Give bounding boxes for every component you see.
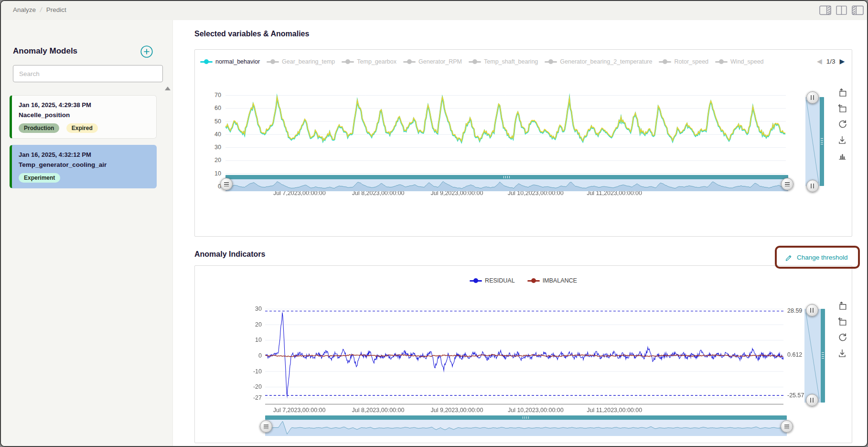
y-zoom-handle-bottom[interactable]	[806, 394, 818, 406]
change-threshold-button[interactable]: Change threshold	[785, 252, 848, 262]
handle-grip-icon	[264, 425, 268, 429]
legend-item-Gear_bearing_temp[interactable]: Gear_bearing_temp	[267, 58, 335, 65]
indicators-chart-toolbar	[837, 301, 847, 359]
legend-item-label: Generator_RPM	[418, 58, 462, 65]
reset-icon[interactable]	[837, 332, 847, 343]
legend-dot-icon	[472, 59, 477, 64]
indicators-chart-y-axis: 3020100-10-20-27	[237, 1, 262, 447]
legend-item-label: Gear_bearing_temp	[282, 58, 335, 65]
legend-item-Temp_shaft_bearing[interactable]: Temp_shaft_bearing	[469, 58, 538, 65]
time-navigator-bar[interactable]	[265, 415, 787, 420]
handle-grip-icon	[224, 182, 229, 186]
indicators-chart-canvas[interactable]	[265, 302, 783, 405]
reset-icon[interactable]	[837, 119, 847, 130]
split-view-icon[interactable]	[836, 5, 847, 17]
time-navigator-area[interactable]	[265, 420, 787, 436]
indicators-legend-items: RESIDUALIMBALANCE	[194, 277, 852, 284]
variables-chart-canvas[interactable]	[225, 79, 786, 191]
legend-marker-icon	[527, 280, 540, 282]
status-badge-expired: Expired	[66, 123, 98, 133]
handle-grip-icon	[785, 182, 790, 186]
x-tick-label: Jul 11,2023,00:00:00	[581, 407, 648, 414]
search-input[interactable]	[13, 65, 163, 82]
model-badges: Experiment	[19, 173, 150, 183]
legend-item-Generator_RPM[interactable]: Generator_RPM	[403, 58, 462, 65]
sidebar-anomaly-models: Anomaly Models Jan 16, 2025, 4:29:38 PM …	[1, 20, 173, 447]
legend-next-page-icon[interactable]: ▶	[840, 56, 845, 66]
model-timestamp: Jan 16, 2025, 4:29:38 PM	[19, 101, 150, 109]
legend-item-label: Temp_shaft_bearing	[484, 58, 538, 65]
add-model-button[interactable]	[140, 45, 153, 58]
legend-item-RESIDUAL[interactable]: RESIDUAL	[470, 277, 515, 284]
y-zoom-handle-bottom[interactable]	[806, 180, 819, 192]
legend-item-Wind_speed[interactable]: Wind_speed	[715, 58, 764, 65]
time-navigator-handle-left[interactable]	[220, 178, 233, 190]
time-navigator-area[interactable]	[225, 179, 788, 191]
legend-pagination: ◀ 1/3 ▶	[817, 56, 845, 66]
download-icon[interactable]	[837, 348, 847, 359]
model-timestamp: Jan 16, 2025, 4:32:12 PM	[19, 151, 150, 158]
legend-dot-icon	[473, 278, 478, 283]
y-tick-label: -20	[237, 383, 262, 391]
time-navigator-handle-right[interactable]	[781, 178, 793, 190]
y-zoom-slider-track[interactable]	[805, 97, 820, 186]
legend-prev-page-icon[interactable]: ◀	[817, 56, 822, 66]
slider-grip-icon	[821, 138, 823, 145]
y-tick-label: 0	[237, 352, 262, 360]
indicators-nav-canvas	[265, 420, 787, 436]
legend-item-Rotor_speed[interactable]: Rotor_speed	[659, 58, 708, 65]
legend-item-Temp_gearbox[interactable]: Temp_gearbox	[342, 58, 396, 65]
breadcrumb-predict[interactable]: Predict	[46, 6, 66, 13]
y-zoom-handle-top[interactable]	[806, 304, 818, 316]
y-tick-label: 30	[198, 143, 221, 151]
variables-chart-time-navigator[interactable]	[225, 175, 788, 191]
handle-grip-icon	[784, 425, 789, 429]
top-bar: Analyze / Predict	[1, 1, 867, 20]
legend-item-label: Temp_gearbox	[357, 58, 396, 65]
model-name: Temp_generator_cooling_air	[19, 161, 150, 168]
indicators-chart-time-navigator[interactable]	[265, 415, 787, 437]
y-tick-label: 50	[198, 118, 221, 125]
scroll-up-arrow-icon[interactable]	[165, 87, 171, 90]
y-tick-label: 10	[198, 170, 221, 177]
model-card-temp-generator-cooling-air[interactable]: Jan 16, 2025, 4:32:12 PM Temp_generator_…	[10, 145, 157, 188]
y-zoom-slider-bar[interactable]	[821, 309, 825, 403]
zoom-area-icon[interactable]	[837, 87, 847, 98]
model-badges: Production Expired	[19, 123, 150, 133]
y-tick-label: -10	[237, 368, 262, 375]
legend-item-IMBALANCE[interactable]: IMBALANCE	[527, 277, 577, 284]
legend-item-label: IMBALANCE	[543, 277, 577, 284]
x-tick-label: Jul 8,2023,00:00:00	[345, 407, 412, 414]
time-navigator-bar[interactable]	[225, 175, 788, 179]
y-tick-label: -27	[237, 394, 262, 402]
zoom-area-icon[interactable]	[837, 301, 847, 311]
time-navigator-handle-left[interactable]	[260, 420, 272, 433]
legend-item-Generator_bearing_2_temperature[interactable]: Generator_bearing_2_temperature	[545, 58, 652, 65]
y-tick-label: 20	[198, 156, 221, 164]
indicators-chart-x-axis: Jul 7,2023,00:00:00Jul 8,2023,00:00:00Ju…	[265, 407, 783, 414]
download-icon[interactable]	[837, 135, 847, 145]
navigator-grip-icon	[523, 416, 529, 419]
y-zoom-slider-track[interactable]	[804, 309, 821, 403]
bar-chart-icon[interactable]	[837, 151, 847, 161]
legend-marker-icon	[469, 61, 481, 63]
breadcrumb-separator: /	[39, 6, 43, 13]
variables-chart-y-zoom-slider[interactable]	[805, 96, 825, 188]
breadcrumb: Analyze / Predict	[13, 6, 66, 13]
legend-marker-icon	[659, 61, 671, 63]
indicators-chart-y-zoom-slider[interactable]	[804, 308, 825, 403]
zoom-out-icon[interactable]	[837, 103, 847, 114]
legend-dot-icon	[531, 278, 536, 283]
panel-left-icon[interactable]	[851, 5, 864, 17]
y-zoom-handle-top[interactable]	[806, 91, 819, 104]
layout-toggle-group	[819, 5, 864, 17]
app-window: Analyze / Predict Anomaly Models Jan 16,…	[0, 0, 868, 447]
model-card-nacelle-position[interactable]: Jan 16, 2025, 4:29:38 PM Nacelle_positio…	[10, 95, 157, 139]
model-name: Nacelle_position	[19, 111, 150, 119]
breadcrumb-analyze[interactable]: Analyze	[13, 6, 36, 13]
panel-right-icon[interactable]	[819, 5, 832, 17]
zoom-out-icon[interactable]	[837, 316, 847, 327]
time-navigator-handle-right[interactable]	[781, 420, 793, 433]
y-zoom-slider-bar[interactable]	[820, 97, 824, 186]
status-badge-experiment: Experiment	[19, 173, 60, 183]
